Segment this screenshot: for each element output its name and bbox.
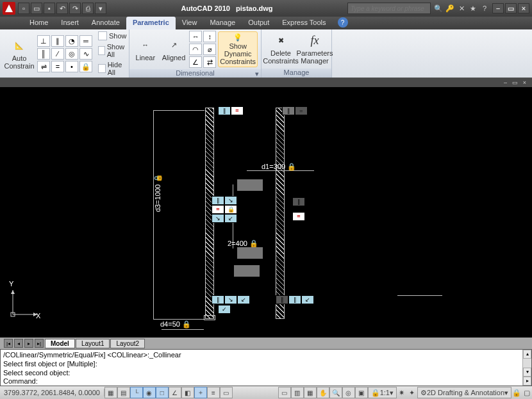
undo-icon[interactable]: ↶ <box>56 3 68 14</box>
doc-restore-icon[interactable]: ▭ <box>511 79 519 86</box>
constraint-tag[interactable]: = <box>292 212 305 221</box>
gc-conc-icon[interactable]: ◎ <box>65 48 78 60</box>
constraint-tag[interactable]: ∥↘↙ <box>212 295 250 304</box>
exchange-icon[interactable]: ✕ <box>456 3 467 13</box>
tab-model[interactable]: Model <box>45 339 75 348</box>
aligned-button[interactable]: ↗Aligned <box>160 31 188 67</box>
ribbon-help-icon[interactable]: ? <box>338 17 348 28</box>
gc-eq-icon[interactable]: = <box>51 61 64 72</box>
gc-fix-icon[interactable]: 🔒 <box>79 61 92 72</box>
gc-perp-icon[interactable]: ⊥ <box>37 35 50 47</box>
tab-express[interactable]: Express Tools <box>276 17 332 29</box>
constraint-tag[interactable]: ∥= <box>218 106 244 115</box>
toolbar-lock-icon[interactable]: 🔒 <box>511 387 522 398</box>
dc-vert-icon[interactable]: ↕ <box>203 31 216 42</box>
close-button[interactable]: × <box>518 3 529 13</box>
print-icon[interactable]: ⎙ <box>82 3 94 14</box>
cmd-prompt[interactable]: Command: <box>3 377 529 386</box>
search-icon[interactable]: 🔍 <box>433 3 444 13</box>
maximize-button[interactable]: ▭ <box>505 3 517 13</box>
lwt-button[interactable]: ≡ <box>207 387 220 398</box>
pan-icon[interactable]: ✋ <box>317 387 329 398</box>
new-icon[interactable]: ▫ <box>18 3 29 14</box>
show-button[interactable]: Show <box>97 31 128 41</box>
auto-constrain-button[interactable]: 📐Auto Constrain <box>3 36 35 72</box>
constraint-tag[interactable]: ✓ <box>218 305 231 314</box>
gc-colin-icon[interactable]: ∕ <box>51 48 64 60</box>
parameters-manager-button[interactable]: fxParameters Manager <box>299 31 331 67</box>
dc-ang-icon[interactable]: ∠ <box>189 56 202 68</box>
constraint-tag[interactable]: ∥ <box>292 197 305 206</box>
gc-coinc-icon[interactable]: • <box>65 61 78 72</box>
show-all-button[interactable]: Show All <box>97 42 128 59</box>
redo-icon[interactable]: ↷ <box>69 3 81 14</box>
dc-dia-icon[interactable]: ⌀ <box>203 44 216 55</box>
tab-last-icon[interactable]: ▸| <box>35 339 44 348</box>
constraint-tag[interactable]: ∥∥↙ <box>276 295 314 304</box>
tab-next-icon[interactable]: ▸ <box>24 339 33 348</box>
quick-view-layouts-icon[interactable]: ▥ <box>291 387 304 398</box>
help-search[interactable] <box>347 3 431 14</box>
tab-home[interactable]: Home <box>23 17 54 29</box>
gc-tan-icon[interactable]: ◔ <box>65 35 78 47</box>
doc-minimize-icon[interactable]: – <box>502 79 509 86</box>
gc-horiz-icon[interactable]: ═ <box>79 35 92 47</box>
grid-button[interactable]: ▤ <box>117 387 130 398</box>
qp-button[interactable]: ▭ <box>220 387 233 398</box>
tab-first-icon[interactable]: |◂ <box>4 339 13 348</box>
zoom-icon[interactable]: 🔍 <box>329 387 342 398</box>
dc-rad-icon[interactable]: ◠ <box>189 44 202 55</box>
clean-screen-icon[interactable]: ▢ <box>522 387 532 398</box>
tab-view[interactable]: View <box>176 17 204 29</box>
gc-par-icon[interactable]: ∥ <box>51 35 64 47</box>
annotation-visibility-icon[interactable]: ✷ <box>397 387 407 398</box>
app-logo[interactable] <box>3 2 15 15</box>
ortho-button[interactable]: └ <box>130 387 143 398</box>
key-icon[interactable]: 🔑 <box>445 3 455 13</box>
model-space-button[interactable]: ▭ <box>278 387 291 398</box>
steering-wheel-icon[interactable]: ◎ <box>342 387 355 398</box>
scroll-down-icon[interactable]: ▾ <box>523 368 531 377</box>
tab-insert[interactable]: Insert <box>54 17 85 29</box>
snap-mode-button[interactable]: ▦ <box>104 387 117 398</box>
tab-layout1[interactable]: Layout1 <box>76 339 110 348</box>
gc-vert-icon[interactable]: ║ <box>37 48 50 60</box>
constraint-tag[interactable]: ∥= <box>282 106 308 115</box>
constraint-tag[interactable]: ∥↘ <box>212 196 237 205</box>
panel-launcher-icon[interactable]: ▾ <box>255 70 259 78</box>
save-icon[interactable]: ▪ <box>44 3 55 14</box>
hide-all-button[interactable]: Hide All <box>97 60 128 77</box>
quick-view-drawings-icon[interactable]: ▦ <box>304 387 317 398</box>
showmotion-icon[interactable]: ▣ <box>355 387 368 398</box>
otrack-button[interactable]: ∠ <box>169 387 181 398</box>
annotation-scale[interactable]: 🔒 1:1 ▾ <box>368 387 397 398</box>
show-dynamic-constraints-button[interactable]: 💡Show Dynamic Constraints <box>218 31 258 67</box>
ducs-button[interactable]: ◧ <box>181 387 194 398</box>
open-icon[interactable]: ▭ <box>31 3 42 14</box>
help-icon[interactable]: ? <box>479 3 490 13</box>
dc-conv-icon[interactable]: ⇄ <box>203 56 216 68</box>
osnap-button[interactable]: □ <box>156 387 169 398</box>
scroll-up-icon[interactable]: ▴ <box>523 350 531 359</box>
tab-layout2[interactable]: Layout2 <box>110 339 145 348</box>
linear-button[interactable]: ↔Linear <box>133 31 158 67</box>
scroll-resize-icon[interactable]: ▸ <box>523 377 531 386</box>
tab-manage[interactable]: Manage <box>203 17 242 29</box>
annotation-autoscale-icon[interactable]: ✦ <box>407 387 417 398</box>
tab-output[interactable]: Output <box>242 17 276 29</box>
dc-horiz-icon[interactable]: ↔ <box>189 31 202 42</box>
constraint-tag[interactable]: =🔒 <box>212 205 237 214</box>
delete-constraints-button[interactable]: ✖Delete Constraints <box>265 31 297 67</box>
drawing-canvas[interactable]: d3=1000 🔒 d1=300 🔒 2=400 🔒 d4=50 🔒 ∥= ∥=… <box>0 87 532 338</box>
tab-annotate[interactable]: Annotate <box>85 17 126 29</box>
constraint-tag[interactable]: ↘↙ <box>212 214 237 223</box>
tab-prev-icon[interactable]: ◂ <box>14 339 23 348</box>
qat-more-icon[interactable]: ▾ <box>95 3 106 14</box>
polar-button[interactable]: ◉ <box>143 387 156 398</box>
gc-smooth-icon[interactable]: ∿ <box>79 48 92 60</box>
favorite-icon[interactable]: ★ <box>468 3 478 13</box>
workspace-switcher[interactable]: ⚙ 2D Drafting & Annotation ▾ <box>417 387 511 398</box>
minimize-button[interactable]: – <box>492 3 504 13</box>
gc-sym-icon[interactable]: ⇌ <box>37 61 50 72</box>
command-line[interactable]: /COLlinear/Symmetric/Equal/Fix] <COLline… <box>0 349 532 386</box>
